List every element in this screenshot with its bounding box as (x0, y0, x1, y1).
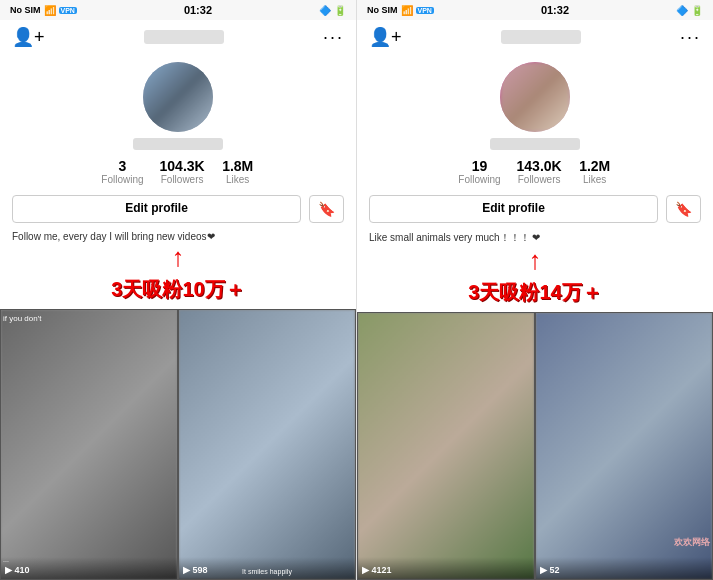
stat-following[interactable]: 3 Following (93, 158, 151, 185)
video-caption-bottom-2: It smiles happily (181, 568, 353, 575)
bluetooth-icon-right: 🔷 (676, 5, 688, 16)
following-label: Following (101, 174, 143, 185)
more-options-icon-right[interactable]: ··· (680, 27, 701, 48)
red-arrow-icon-left: ↑ (172, 242, 185, 273)
status-time-right: 01:32 (541, 4, 569, 16)
followers-label-right: Followers (518, 174, 561, 185)
likes-label-right: Likes (583, 174, 606, 185)
video-overlay-4: ▶ 52 (536, 557, 712, 579)
video-thumbnail-3 (358, 313, 534, 579)
avatar-right (500, 62, 570, 132)
following-count: 3 (119, 158, 127, 174)
arrow-overlay-right: ↑ (357, 249, 713, 279)
following-count-right: 19 (472, 158, 488, 174)
vpn-badge: VPN (59, 7, 77, 14)
bookmark-button[interactable]: 🔖 (309, 195, 344, 223)
top-nav-right: 👤+ ··· (357, 20, 713, 54)
watermark: 欢欢网络 (674, 536, 710, 549)
likes-count: 1.8M (222, 158, 253, 174)
status-left-right: No SIM 📶 VPN (367, 5, 434, 16)
stat-following-right[interactable]: 19 Following (450, 158, 508, 185)
status-bar-left: No SIM 📶 VPN 01:32 🔷 🔋 (0, 0, 356, 20)
wifi-icon-right: 📶 (401, 5, 413, 16)
avatar (143, 62, 213, 132)
status-time-left: 01:32 (184, 4, 212, 16)
stat-likes-right[interactable]: 1.2M Likes (570, 158, 620, 185)
status-right: 🔷 🔋 (319, 5, 346, 16)
video-cell-3[interactable]: ▶ 4121 (357, 312, 535, 580)
status-right-right: 🔷 🔋 (676, 5, 703, 16)
stats-row-left: 3 Following 104.3K Followers 1.8M Likes (0, 154, 356, 189)
avatar-section-right (357, 54, 713, 138)
video-count-3: ▶ 4121 (362, 565, 392, 575)
video-grid-left: if you don't ▶ 410 ... ▶ 598 It smiles h… (0, 309, 356, 580)
video-cell-1[interactable]: if you don't ▶ 410 ... (0, 309, 178, 580)
video-overlay-3: ▶ 4121 (358, 557, 534, 579)
video-grid-right: ▶ 4121 ▶ 52 欢欢网络 (357, 312, 713, 580)
action-row-left: Edit profile 🔖 (0, 189, 356, 229)
stat-followers[interactable]: 104.3K Followers (152, 158, 213, 185)
stat-followers-right[interactable]: 143.0K Followers (509, 158, 570, 185)
video-count-4: ▶ 52 (540, 565, 560, 575)
username-blurred-right (501, 30, 581, 44)
bookmark-button-right[interactable]: 🔖 (666, 195, 701, 223)
signal-icon-right: No SIM (367, 5, 398, 15)
phones-container: No SIM 📶 VPN 01:32 🔷 🔋 👤+ ··· (0, 0, 713, 580)
phone-left: No SIM 📶 VPN 01:32 🔷 🔋 👤+ ··· (0, 0, 357, 580)
stats-row-right: 19 Following 143.0K Followers 1.2M Likes (357, 154, 713, 189)
avatar-image (143, 62, 213, 132)
add-user-icon[interactable]: 👤+ (12, 26, 45, 48)
video-cell-2[interactable]: ▶ 598 It smiles happily (178, 309, 356, 580)
battery-icon: 🔋 (334, 5, 346, 16)
display-name-blurred (133, 138, 223, 150)
action-row-right: Edit profile 🔖 (357, 189, 713, 229)
wifi-icon: 📶 (44, 5, 56, 16)
promo-text-left: 3天吸粉10万＋ (0, 276, 356, 309)
following-label-right: Following (458, 174, 500, 185)
bluetooth-icon: 🔷 (319, 5, 331, 16)
followers-count-right: 143.0K (517, 158, 562, 174)
display-name-blurred-right (490, 138, 580, 150)
signal-icon: No SIM (10, 5, 41, 15)
video-cell-4[interactable]: ▶ 52 欢欢网络 (535, 312, 713, 580)
battery-icon-right: 🔋 (691, 5, 703, 16)
vpn-badge-right: VPN (416, 7, 434, 14)
top-nav-left: 👤+ ··· (0, 20, 356, 54)
avatar-image-right (500, 62, 570, 132)
status-bar-right: No SIM 📶 VPN 01:32 🔷 🔋 (357, 0, 713, 20)
video-caption-1: if you don't (3, 314, 175, 323)
more-options-icon[interactable]: ··· (323, 27, 344, 48)
followers-label: Followers (161, 174, 204, 185)
avatar-section (0, 54, 356, 138)
username-blurred (144, 30, 224, 44)
red-arrow-icon-right: ↑ (529, 245, 542, 276)
promo-text-right: 3天吸粉14万＋ (357, 279, 713, 312)
likes-label: Likes (226, 174, 249, 185)
likes-count-right: 1.2M (579, 158, 610, 174)
phone-right: No SIM 📶 VPN 01:32 🔷 🔋 👤+ ··· (357, 0, 713, 580)
video-caption-bottom-1: ... (3, 556, 175, 563)
add-user-icon-right[interactable]: 👤+ (369, 26, 402, 48)
video-thumbnail-1 (1, 310, 177, 579)
status-left: No SIM 📶 VPN (10, 5, 77, 16)
edit-profile-button[interactable]: Edit profile (12, 195, 301, 223)
video-count-1: ▶ 410 (5, 565, 30, 575)
edit-profile-button-right[interactable]: Edit profile (369, 195, 658, 223)
video-thumbnail-2 (179, 310, 355, 579)
followers-count: 104.3K (160, 158, 205, 174)
stat-likes[interactable]: 1.8M Likes (213, 158, 263, 185)
arrow-overlay-left: ↑ (0, 246, 356, 276)
